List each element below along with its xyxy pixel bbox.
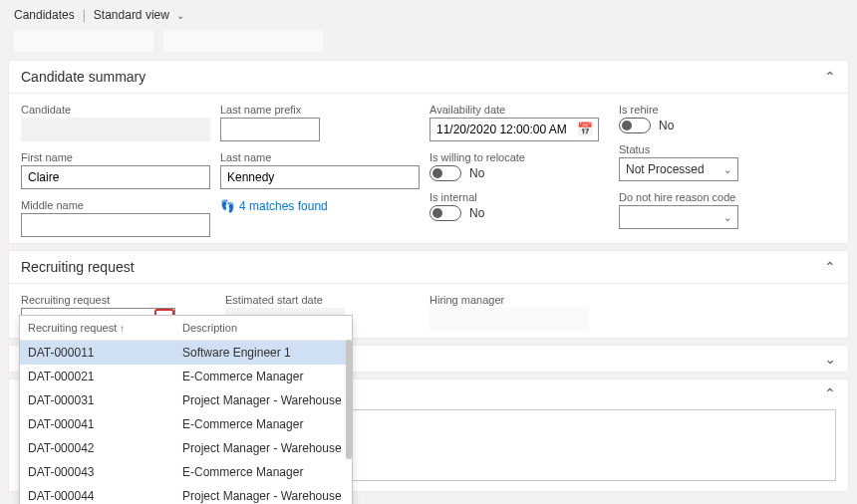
candidate-field[interactable] [21, 118, 210, 141]
internal-label: Is internal [429, 191, 609, 203]
recruiting-request-dropdown: Recruiting request ↑ Description DAT-000… [19, 315, 353, 504]
relocate-toggle[interactable]: No [429, 165, 609, 181]
hiring-manager-label: Hiring manager [429, 294, 624, 306]
internal-value: No [469, 206, 484, 220]
reason-select[interactable]: ⌄ [619, 205, 738, 229]
dropdown-row[interactable]: DAT-000031Project Manager - Warehouse [20, 388, 352, 412]
row-desc: Software Engineer 1 [182, 346, 291, 360]
panel-title: Recruiting request [21, 259, 135, 275]
hiring-manager-field[interactable] [429, 308, 589, 330]
person-icon: 👣 [220, 199, 235, 213]
row-desc: E-Commerce Manager [182, 465, 303, 479]
row-id: DAT-000044 [28, 489, 182, 503]
matches-found-link[interactable]: 👣 4 matches found [220, 199, 420, 213]
start-date-label: Estimated start date [225, 294, 420, 306]
row-desc: E-Commerce Manager [182, 370, 303, 383]
middle-name-field[interactable] [21, 213, 210, 237]
recruiting-request-label: Recruiting request [21, 294, 215, 306]
first-name-label: First name [21, 151, 210, 163]
candidate-summary-panel: Candidate summary ⌃ Candidate First name… [8, 60, 849, 244]
chevron-down-icon: ⌄ [723, 164, 731, 175]
last-name-field[interactable] [220, 165, 420, 189]
candidate-label: Candidate [21, 104, 210, 116]
status-label: Status [619, 143, 818, 155]
column-header-id[interactable]: Recruiting request ↑ [28, 322, 182, 334]
chevron-up-icon[interactable]: ⌃ [824, 385, 836, 401]
view-selector[interactable]: Standard view ⌄ [94, 8, 184, 22]
rehire-value: No [659, 119, 674, 132]
chevron-down-icon: ⌄ [176, 10, 184, 21]
rehire-label: Is rehire [619, 104, 818, 116]
dropdown-row[interactable]: DAT-000043E-Commerce Manager [20, 460, 352, 484]
row-desc: Project Manager - Warehouse [182, 489, 342, 503]
action-placeholder [14, 30, 153, 52]
row-id: DAT-000031 [28, 393, 182, 407]
dropdown-row[interactable]: DAT-000042Project Manager - Warehouse [20, 436, 352, 460]
dropdown-header: Recruiting request ↑ Description [20, 316, 352, 341]
row-desc: Project Manager - Warehouse [182, 441, 342, 455]
dropdown-rows: DAT-000011Software Engineer 1DAT-000021E… [20, 341, 352, 504]
internal-toggle[interactable]: No [429, 205, 609, 221]
toggle-pill [429, 205, 461, 221]
summary-body: Candidate First name Middle name Last na… [9, 94, 848, 243]
row-desc: E-Commerce Manager [182, 417, 303, 431]
dropdown-row[interactable]: DAT-000011Software Engineer 1 [20, 341, 352, 365]
chevron-down-icon: ⌃ [824, 351, 836, 367]
reason-label: Do not hire reason code [619, 191, 818, 203]
recruiting-request-panel: Recruiting request ⌃ Recruiting request … [8, 250, 849, 339]
row-desc: Project Manager - Warehouse [182, 393, 342, 407]
action-placeholder-row [0, 30, 857, 60]
toggle-pill [429, 165, 461, 181]
matches-text: 4 matches found [239, 199, 328, 213]
dropdown-row[interactable]: DAT-000044Project Manager - Warehouse [20, 484, 352, 504]
action-placeholder [163, 30, 323, 52]
relocate-value: No [469, 166, 484, 180]
scrollbar[interactable] [346, 340, 352, 459]
view-label: Standard view [94, 8, 169, 22]
chevron-down-icon: ⌄ [723, 212, 731, 223]
last-name-prefix-field[interactable] [220, 118, 320, 141]
middle-name-label: Middle name [21, 199, 210, 211]
panel-title: Candidate summary [21, 69, 145, 85]
chevron-up-icon[interactable]: ⌃ [824, 259, 836, 275]
row-id: DAT-000011 [28, 346, 182, 360]
last-name-prefix-label: Last name prefix [220, 104, 420, 116]
column-header-desc[interactable]: Description [182, 322, 237, 334]
toggle-pill [619, 118, 651, 133]
calendar-icon[interactable]: 📅 [577, 122, 593, 136]
row-id: DAT-000042 [28, 441, 182, 455]
last-name-label: Last name [220, 151, 420, 163]
relocate-label: Is willing to relocate [429, 151, 609, 163]
breadcrumb-bar: Candidates | Standard view ⌄ [0, 0, 857, 30]
panel-header[interactable]: Recruiting request ⌃ [9, 251, 848, 284]
breadcrumb-root[interactable]: Candidates [14, 8, 75, 22]
row-id: DAT-000043 [28, 465, 182, 479]
panel-header[interactable]: Candidate summary ⌃ [9, 61, 848, 94]
column-id-label: Recruiting request [28, 322, 117, 334]
availability-field[interactable] [429, 118, 599, 141]
chevron-up-icon[interactable]: ⌃ [824, 69, 836, 85]
dropdown-row[interactable]: DAT-000041E-Commerce Manager [20, 412, 352, 436]
status-value: Not Processed [626, 162, 705, 176]
first-name-field[interactable] [21, 165, 210, 189]
row-id: DAT-000041 [28, 417, 182, 431]
status-select[interactable]: Not Processed ⌄ [619, 157, 738, 181]
dropdown-row[interactable]: DAT-000021E-Commerce Manager [20, 365, 352, 388]
availability-label: Availability date [429, 104, 609, 116]
rehire-toggle[interactable]: No [619, 118, 818, 133]
row-id: DAT-000021 [28, 370, 182, 383]
breadcrumb-separator: | [83, 8, 86, 22]
sort-ascending-icon: ↑ [120, 323, 125, 334]
